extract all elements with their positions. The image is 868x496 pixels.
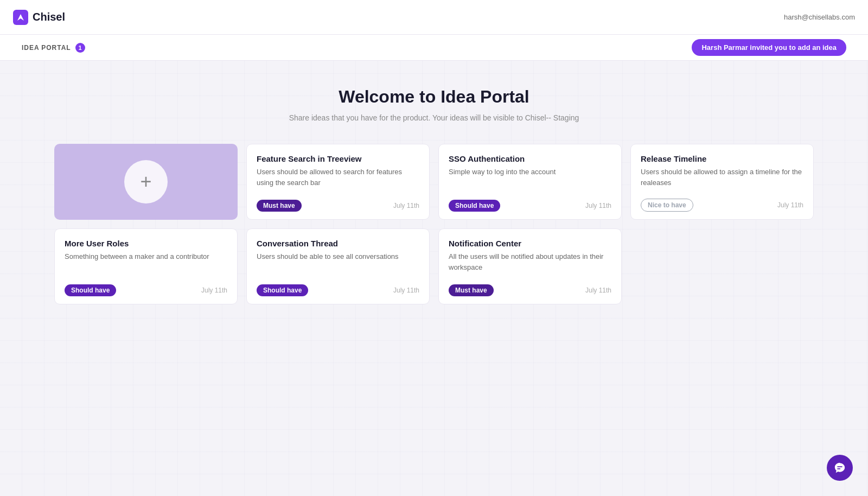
page-title: Welcome to Idea Portal [22,87,846,107]
card-content-2: SSO Authentication Simple way to log int… [449,154,611,186]
badge-1: Must have [257,200,302,212]
card-title-1: Feature Search in Treeview [257,154,419,163]
badge-2: Should have [449,200,500,212]
add-circle: + [124,160,168,204]
chat-icon [834,462,846,474]
card-footer-5: Should have July 11th [257,284,419,296]
card-content-5: Conversation Thread Users should be able… [257,239,419,271]
plus-icon: + [140,172,151,192]
main-content: Welcome to Idea Portal Share ideas that … [0,61,868,326]
card-date-3: July 11th [777,201,803,209]
invite-button[interactable]: Harsh Parmar invited you to add an idea [692,39,846,56]
notification-badge: 1 [75,43,85,53]
card-footer-3: Nice to have July 11th [641,199,803,212]
card-footer-1: Must have July 11th [257,200,419,212]
logo-area: Chisel [13,10,65,25]
idea-card-6[interactable]: Notification Center All the users will b… [438,228,622,304]
badge-5: Should have [257,284,308,296]
card-title-3: Release Timeline [641,154,803,163]
add-idea-card[interactable]: + [54,144,238,220]
card-desc-5: Users should be able to see all conversa… [257,251,419,262]
card-date-5: July 11th [393,287,419,294]
card-title-6: Notification Center [449,239,611,248]
badge-3: Nice to have [641,199,693,212]
empty-card-placeholder [630,228,814,304]
cards-grid: + Feature Search in Treeview Users shoul… [54,144,814,304]
chat-support-button[interactable] [827,455,853,481]
card-desc-2: Simple way to log into the account [449,167,611,177]
card-desc-3: Users should be allowed to assign a time… [641,167,803,188]
logo-text: Chisel [33,11,65,23]
chisel-logo-icon [13,10,28,25]
card-footer-4: Should have July 11th [65,284,227,296]
portal-label: IDEA PORTAL [22,44,71,52]
card-title-4: More User Roles [65,239,227,248]
card-desc-6: All the users will be notified about upd… [449,251,611,272]
card-content-6: Notification Center All the users will b… [449,239,611,281]
idea-card-5[interactable]: Conversation Thread Users should be able… [246,228,430,304]
card-footer-2: Should have July 11th [449,200,611,212]
card-title-5: Conversation Thread [257,239,419,248]
portal-label-area: IDEA PORTAL 1 [22,43,85,53]
card-date-1: July 11th [393,202,419,209]
user-email: harsh@chisellabs.com [784,13,855,21]
idea-card-3[interactable]: Release Timeline Users should be allowed… [630,144,814,220]
card-date-4: July 11th [201,287,227,294]
idea-card-2[interactable]: SSO Authentication Simple way to log int… [438,144,622,220]
card-date-2: July 11th [585,202,611,209]
card-footer-6: Must have July 11th [449,284,611,296]
badge-4: Should have [65,284,116,296]
card-desc-4: Something between a maker and a contribu… [65,251,227,262]
page-subtitle: Share ideas that you have for the produc… [22,113,846,122]
idea-card-4[interactable]: More User Roles Something between a make… [54,228,238,304]
header: Chisel harsh@chisellabs.com [0,0,868,35]
card-desc-1: Users should be allowed to search for fe… [257,167,419,188]
card-content-3: Release Timeline Users should be allowed… [641,154,803,196]
card-content-4: More User Roles Something between a make… [65,239,227,271]
idea-card-1[interactable]: Feature Search in Treeview Users should … [246,144,430,220]
sub-header: IDEA PORTAL 1 Harsh Parmar invited you t… [0,35,868,61]
card-date-6: July 11th [585,287,611,294]
card-content-1: Feature Search in Treeview Users should … [257,154,419,196]
card-title-2: SSO Authentication [449,154,611,163]
badge-6: Must have [449,284,494,296]
